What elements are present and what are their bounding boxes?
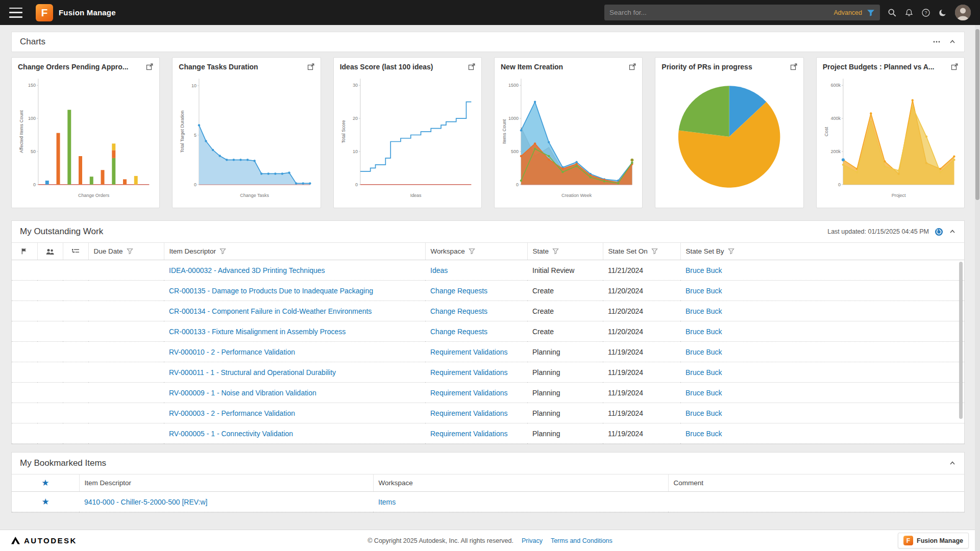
search-box[interactable]: Advanced xyxy=(604,5,880,20)
due-date-cell xyxy=(88,301,164,321)
state-set-by-link[interactable]: Bruce Buck xyxy=(685,389,722,397)
state-column-header[interactable]: State xyxy=(527,243,603,260)
bookmark-comment-header[interactable]: Comment xyxy=(668,474,964,492)
svg-text:0: 0 xyxy=(355,182,358,187)
svg-text:Project: Project xyxy=(891,193,905,198)
autodesk-mark-icon xyxy=(11,537,20,544)
charts-more-icon[interactable] xyxy=(933,38,941,46)
workspace-link[interactable]: Change Requests xyxy=(430,287,487,295)
flag-column-header[interactable] xyxy=(12,243,37,260)
state-set-by-link[interactable]: Bruce Buck xyxy=(685,328,722,336)
item-descriptor-link[interactable]: CR-000135 - Damage to Products Due to In… xyxy=(169,287,373,295)
workspace-link[interactable]: Ideas xyxy=(430,266,448,274)
state-set-on-column-header[interactable]: State Set On xyxy=(603,243,680,260)
structure-cell xyxy=(63,383,88,403)
outstanding-row[interactable]: IDEA-000032 - Advanced 3D Printing Techn… xyxy=(12,260,964,281)
structure-cell xyxy=(63,362,88,383)
logo-letter: F xyxy=(41,7,48,19)
item-descriptor-link[interactable]: RV-000009 - 1 - Noise and Vibration Vali… xyxy=(169,389,316,397)
help-icon[interactable]: ? xyxy=(921,8,930,17)
bookmark-row[interactable]: ★9410-000 - Chiller-5-2000-500 [REV:w]It… xyxy=(12,492,964,512)
structure-column-header[interactable] xyxy=(63,243,88,260)
due-date-cell xyxy=(88,362,164,383)
open-chart-icon[interactable] xyxy=(629,63,636,70)
workspace-link[interactable]: Change Requests xyxy=(430,328,487,336)
page-scrollbar[interactable] xyxy=(975,25,980,551)
state-set-by-link[interactable]: Bruce Buck xyxy=(685,348,722,356)
state-set-by-link[interactable]: Bruce Buck xyxy=(685,409,722,417)
state-set-by-link[interactable]: Bruce Buck xyxy=(685,368,722,377)
charts-collapse-icon[interactable] xyxy=(949,38,956,45)
state-set-by-link[interactable]: Bruce Buck xyxy=(685,287,722,295)
item-descriptor-link[interactable]: RV-000011 - 1 - Structural and Operation… xyxy=(169,368,336,377)
outstanding-row[interactable]: RV-000009 - 1 - Noise and Vibration Vali… xyxy=(12,383,964,403)
assignee-column-header[interactable] xyxy=(37,243,63,260)
bookmark-workspace-header[interactable]: Workspace xyxy=(373,474,668,492)
fusion-manage-logo-icon: F xyxy=(36,4,53,21)
item-descriptor-link[interactable]: IDEA-000032 - Advanced 3D Printing Techn… xyxy=(169,266,325,274)
flag-cell xyxy=(12,383,37,403)
open-chart-icon[interactable] xyxy=(146,63,153,70)
flag-cell xyxy=(12,362,37,383)
dark-mode-moon-icon[interactable] xyxy=(938,8,947,17)
due-date-cell xyxy=(88,423,164,444)
page-scrollbar-thumb[interactable] xyxy=(975,29,979,200)
workspace-link[interactable]: Requirement Validations xyxy=(430,430,508,438)
state-set-by-link[interactable]: Bruce Buck xyxy=(685,266,722,274)
flag-cell xyxy=(12,301,37,321)
fusion-manage-badge[interactable]: F Fusion Manage xyxy=(898,533,969,548)
search-filter-icon[interactable] xyxy=(867,9,875,17)
refresh-icon[interactable] xyxy=(935,228,943,236)
copyright-text: © Copyright 2025 Autodesk, Inc. All righ… xyxy=(368,537,513,544)
workspace-link[interactable]: Requirement Validations xyxy=(430,409,508,417)
item-descriptor-link[interactable]: RV-000003 - 2 - Performance Validation xyxy=(169,409,295,417)
open-chart-icon[interactable] xyxy=(790,63,797,70)
outstanding-header-row: Due Date Item Descriptor Workspace State xyxy=(12,243,964,260)
outstanding-collapse-icon[interactable] xyxy=(949,228,956,235)
due-date-column-header[interactable]: Due Date xyxy=(88,243,164,260)
bookmark-item-link[interactable]: 9410-000 - Chiller-5-2000-500 [REV:w] xyxy=(84,498,208,506)
hamburger-menu-icon[interactable] xyxy=(9,8,22,18)
open-chart-icon[interactable] xyxy=(951,63,958,70)
bookmark-item-descriptor-header[interactable]: Item Descriptor xyxy=(79,474,373,492)
item-descriptor-link[interactable]: CR-000133 - Fixture Misalignment in Asse… xyxy=(169,328,346,336)
search-icon[interactable] xyxy=(888,8,897,17)
outstanding-row[interactable]: RV-000011 - 1 - Structural and Operation… xyxy=(12,362,964,383)
item-descriptor-link[interactable]: CR-000134 - Component Failure in Cold-We… xyxy=(169,307,372,315)
bookmark-star-column-header[interactable]: ★ xyxy=(12,474,79,492)
bookmark-workspace-link[interactable]: Items xyxy=(378,498,396,506)
item-descriptor-link[interactable]: RV-000005 - 1 - Connectivity Validation xyxy=(169,430,293,438)
open-chart-icon[interactable] xyxy=(468,63,475,70)
state-set-by-link[interactable]: Bruce Buck xyxy=(685,430,722,438)
bookmark-star-cell[interactable]: ★ xyxy=(12,492,79,512)
outstanding-row[interactable]: RV-000010 - 2 - Performance ValidationRe… xyxy=(12,342,964,362)
user-avatar[interactable] xyxy=(955,5,971,20)
outstanding-row[interactable]: CR-000133 - Fixture Misalignment in Asse… xyxy=(12,321,964,342)
terms-link[interactable]: Terms and Conditions xyxy=(551,537,612,544)
workspace-link[interactable]: Change Requests xyxy=(430,307,487,315)
notifications-bell-icon[interactable] xyxy=(904,8,914,17)
flag-icon xyxy=(20,247,28,255)
outstanding-row[interactable]: CR-000135 - Damage to Products Due to In… xyxy=(12,281,964,301)
workspace-column-header[interactable]: Workspace xyxy=(425,243,527,260)
workspace-link[interactable]: Requirement Validations xyxy=(430,368,508,377)
search-input[interactable] xyxy=(609,9,829,16)
open-chart-icon[interactable] xyxy=(307,63,314,70)
charts-row: Change Orders Pending Appro... 050100150… xyxy=(11,57,965,208)
item-descriptor-column-header[interactable]: Item Descriptor xyxy=(164,243,425,260)
outstanding-row[interactable]: CR-000134 - Component Failure in Cold-We… xyxy=(12,301,964,321)
star-icon: ★ xyxy=(41,479,49,487)
star-icon[interactable]: ★ xyxy=(41,497,49,507)
outstanding-row[interactable]: RV-000003 - 2 - Performance ValidationRe… xyxy=(12,403,964,423)
outstanding-row[interactable]: RV-000005 - 1 - Connectivity ValidationR… xyxy=(12,423,964,444)
bookmarks-collapse-icon[interactable] xyxy=(949,460,956,467)
workspace-link[interactable]: Requirement Validations xyxy=(430,389,508,397)
item-descriptor-link[interactable]: RV-000010 - 2 - Performance Validation xyxy=(169,348,295,356)
workspace-link[interactable]: Requirement Validations xyxy=(430,348,508,356)
chart-canvas: 0510Total Target DurationChange Tasks xyxy=(179,72,314,203)
advanced-search-link[interactable]: Advanced xyxy=(834,9,862,16)
state-set-by-link[interactable]: Bruce Buck xyxy=(685,307,722,315)
privacy-link[interactable]: Privacy xyxy=(522,537,543,544)
state-set-by-column-header[interactable]: State Set By xyxy=(680,243,964,260)
outstanding-table-scrollbar[interactable] xyxy=(959,262,963,419)
